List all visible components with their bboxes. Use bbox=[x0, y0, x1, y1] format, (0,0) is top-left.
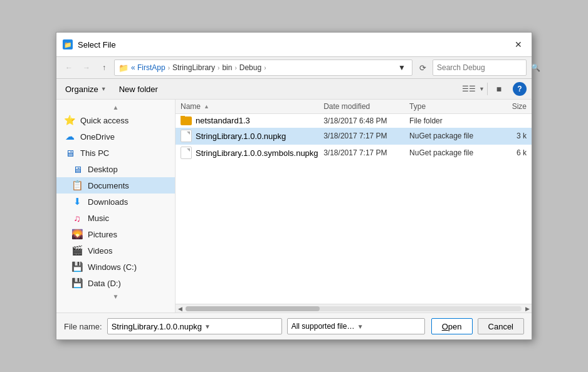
column-size[interactable]: Size bbox=[495, 102, 527, 111]
breadcrumb-sep2: › bbox=[218, 65, 219, 71]
refresh-button[interactable]: ⟳ bbox=[415, 60, 430, 75]
file-name-cell: StringLibrary.1.0.0.symbols.nupkg bbox=[181, 147, 323, 159]
sidebar: ▲ ⭐ Quick access ☁ OneDrive 🖥 This PC 🖥 … bbox=[56, 100, 176, 313]
filename-label: File name: bbox=[64, 322, 102, 331]
forward-button[interactable]: → bbox=[79, 60, 94, 75]
hscroll-left-button[interactable]: ◀ bbox=[176, 304, 184, 313]
filename-combo[interactable]: StringLibrary.1.0.0.nupkg ▼ bbox=[107, 318, 282, 334]
sidebar-item-documents[interactable]: 📋 Documents bbox=[56, 177, 175, 194]
breadcrumb-part2: StringLibrary bbox=[172, 63, 215, 72]
sidebar-item-label-documents: Documents bbox=[88, 181, 129, 190]
sidebar-item-onedrive[interactable]: ☁ OneDrive bbox=[56, 128, 175, 145]
cancel-label: Cancel bbox=[488, 322, 513, 331]
select-file-dialog: 📁 Select File ✕ ← → ↑ 📁 « FirstApp › Str… bbox=[56, 32, 532, 340]
file-icon bbox=[181, 147, 192, 159]
breadcrumb-part1: « FirstApp bbox=[131, 63, 165, 72]
sidebar-item-downloads[interactable]: ⬇ Downloads bbox=[56, 194, 175, 210]
sort-icon: ▲ bbox=[204, 103, 209, 110]
view-list-button[interactable]: ☰☰ bbox=[460, 81, 478, 96]
table-row[interactable]: StringLibrary.1.0.0.nupkg 3/18/2017 7:17… bbox=[176, 128, 532, 145]
cancel-button[interactable]: Cancel bbox=[478, 318, 524, 334]
view-dropdown-icon[interactable]: ▼ bbox=[479, 86, 485, 92]
title-bar: 📁 Select File ✕ bbox=[56, 33, 532, 57]
sidebar-item-data[interactable]: 💾 Data (D:) bbox=[56, 275, 175, 291]
file-list-scroll[interactable]: netstandard1.3 3/18/2017 6:48 PM File fo… bbox=[176, 114, 532, 304]
pictures-icon: 🌄 bbox=[71, 229, 83, 240]
close-button[interactable]: ✕ bbox=[512, 38, 525, 51]
search-box: 🔍 bbox=[433, 59, 527, 76]
column-type-label: Type bbox=[409, 102, 426, 111]
sidebar-item-windows[interactable]: 💾 Windows (C:) bbox=[56, 259, 175, 275]
filename-value: StringLibrary.1.0.0.nupkg bbox=[112, 322, 202, 331]
breadcrumb-sep1: › bbox=[168, 65, 170, 71]
data-icon: 💾 bbox=[71, 277, 83, 289]
column-name-label: Name bbox=[181, 102, 201, 111]
downloads-icon: ⬇ bbox=[71, 196, 83, 207]
sidebar-scroll-up[interactable]: ▲ bbox=[56, 102, 175, 112]
breadcrumb-part4: Debug bbox=[239, 63, 261, 72]
sidebar-item-label-videos: Videos bbox=[88, 246, 113, 256]
file-type-cell: NuGet package file bbox=[409, 148, 495, 157]
sidebar-item-label-windows: Windows (C:) bbox=[88, 262, 137, 272]
onedrive-icon: ☁ bbox=[64, 131, 75, 142]
hscroll-track[interactable] bbox=[186, 306, 522, 311]
file-type-cell: NuGet package file bbox=[409, 132, 495, 140]
file-size-cell: 6 k bbox=[495, 148, 527, 157]
sidebar-item-quick-access[interactable]: ⭐ Quick access bbox=[56, 112, 175, 128]
view-pane-button[interactable]: ■ bbox=[490, 81, 508, 96]
file-size-cell: 3 k bbox=[495, 132, 527, 140]
breadcrumb-part3: bin bbox=[222, 63, 232, 72]
organize-button[interactable]: Organize ▼ bbox=[61, 83, 110, 95]
videos-icon: 🎬 bbox=[71, 245, 83, 256]
breadcrumb-dropdown[interactable]: ▼ bbox=[396, 61, 408, 74]
file-list-header: Name ▲ Date modified Type Size bbox=[176, 100, 532, 114]
sidebar-item-pictures[interactable]: 🌄 Pictures bbox=[56, 226, 175, 242]
sidebar-item-label-downloads: Downloads bbox=[88, 197, 128, 207]
file-name-text: netstandard1.3 bbox=[196, 116, 250, 125]
breadcrumb[interactable]: 📁 « FirstApp › StringLibrary › bin › Deb… bbox=[114, 59, 412, 76]
table-row[interactable]: netstandard1.3 3/18/2017 6:48 PM File fo… bbox=[176, 114, 532, 128]
sidebar-item-label-music: Music bbox=[88, 214, 109, 223]
bottom-bar: File name: StringLibrary.1.0.0.nupkg ▼ A… bbox=[56, 313, 532, 339]
column-name[interactable]: Name ▲ bbox=[181, 102, 323, 111]
dialog-title: Select File bbox=[78, 40, 507, 49]
sidebar-item-videos[interactable]: 🎬 Videos bbox=[56, 242, 175, 259]
breadcrumb-sep4: › bbox=[264, 65, 266, 71]
filetype-combo[interactable]: All supported files (*.nupkg;*.nu ▼ bbox=[287, 318, 425, 334]
search-input[interactable] bbox=[437, 63, 531, 72]
file-type-cell: File folder bbox=[409, 116, 495, 125]
sidebar-scroll-down[interactable]: ▼ bbox=[56, 291, 175, 301]
sidebar-item-label-onedrive: OneDrive bbox=[80, 132, 115, 142]
desktop-icon: 🖥 bbox=[71, 163, 83, 175]
sidebar-item-desktop[interactable]: 🖥 Desktop bbox=[56, 161, 175, 177]
back-button[interactable]: ← bbox=[61, 60, 76, 75]
view-separator bbox=[487, 83, 488, 95]
organize-dropdown-icon: ▼ bbox=[101, 86, 107, 92]
new-folder-button[interactable]: New folder bbox=[115, 83, 162, 95]
up-button[interactable]: ↑ bbox=[97, 60, 112, 75]
sidebar-item-this-pc[interactable]: 🖥 This PC bbox=[56, 145, 175, 161]
content-area: ▲ ⭐ Quick access ☁ OneDrive 🖥 This PC 🖥 … bbox=[56, 100, 532, 313]
toolbar: Organize ▼ New folder ☰☰ ▼ ■ ? bbox=[56, 79, 532, 100]
sidebar-item-label-desktop: Desktop bbox=[88, 165, 118, 174]
help-button[interactable]: ? bbox=[513, 82, 527, 96]
quick-access-icon: ⭐ bbox=[64, 115, 75, 126]
table-row[interactable]: StringLibrary.1.0.0.symbols.nupkg 3/18/2… bbox=[176, 145, 532, 162]
file-name-cell: StringLibrary.1.0.0.nupkg bbox=[181, 130, 323, 142]
file-name-text: StringLibrary.1.0.0.nupkg bbox=[196, 132, 286, 141]
help-label: ? bbox=[517, 85, 522, 93]
windows-icon: 💾 bbox=[71, 261, 83, 272]
column-date[interactable]: Date modified bbox=[323, 102, 409, 111]
documents-icon: 📋 bbox=[71, 180, 83, 191]
file-name-cell: netstandard1.3 bbox=[181, 116, 323, 125]
column-type[interactable]: Type bbox=[409, 102, 495, 111]
file-name-text: StringLibrary.1.0.0.symbols.nupkg bbox=[196, 148, 318, 158]
sidebar-item-music[interactable]: ♫ Music bbox=[56, 210, 175, 226]
open-label: Open bbox=[442, 322, 462, 331]
hscroll-right-button[interactable]: ▶ bbox=[523, 304, 532, 313]
hscroll-thumb bbox=[186, 306, 320, 311]
breadcrumb-sep3: › bbox=[234, 65, 236, 71]
horizontal-scrollbar: ◀ ▶ bbox=[176, 304, 532, 313]
open-button[interactable]: Open bbox=[431, 318, 473, 334]
file-icon bbox=[181, 130, 192, 142]
